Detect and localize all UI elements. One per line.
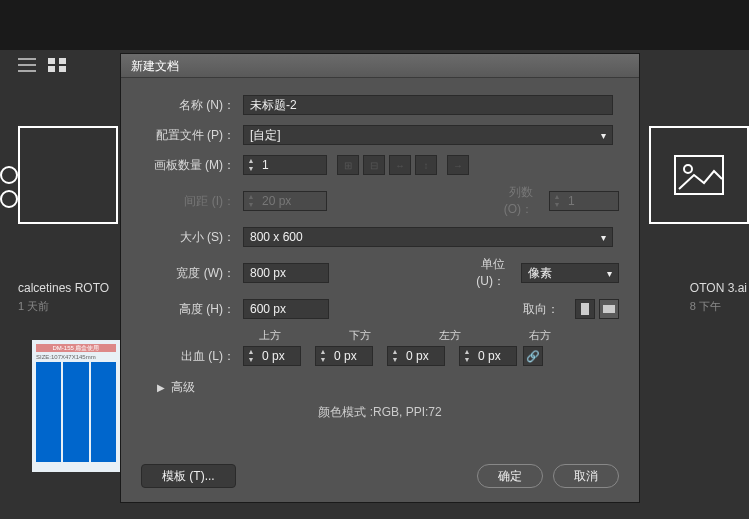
bleed-left-label: 左方 <box>439 328 511 343</box>
file-name: calcetines ROTO <box>18 281 109 295</box>
orientation-landscape-button[interactable] <box>599 299 619 319</box>
spacing-stepper: ▲▼ <box>243 191 327 211</box>
arrange-rtl-icon[interactable]: → <box>447 155 469 175</box>
stepper-arrows-icon[interactable]: ▲▼ <box>316 348 330 364</box>
file-card[interactable] <box>649 126 749 224</box>
bleed-row: 出血 (L)： ▲▼ ▲▼ ▲▼ ▲▼ 🔗 <box>141 345 619 367</box>
width-label: 宽度 (W)： <box>141 265 243 282</box>
thumb-boxes <box>36 362 116 462</box>
stepper-arrows-icon: ▲▼ <box>550 193 564 209</box>
bleed-bottom-label: 下方 <box>349 328 421 343</box>
profile-select[interactable]: [自定] ▾ <box>243 125 613 145</box>
name-row: 名称 (N)： <box>141 94 619 116</box>
bleed-right-label: 右方 <box>529 328 601 343</box>
size-select[interactable]: 800 x 600 ▾ <box>243 227 613 247</box>
arrange-grid-row-icon[interactable]: ⊞ <box>337 155 359 175</box>
new-document-dialog: 新建文档 名称 (N)： 配置文件 (P)： [自定] ▾ 画板数量 (M)： … <box>120 53 640 503</box>
stepper-arrows-icon[interactable]: ▲▼ <box>388 348 402 364</box>
bleed-left-input[interactable] <box>402 349 444 363</box>
bleed-label: 出血 (L)： <box>141 348 243 365</box>
chevron-down-icon: ▾ <box>607 268 612 279</box>
artboards-row: 画板数量 (M)： ▲▼ ⊞ ⊟ ↔ ↕ → <box>141 154 619 176</box>
list-view-icon[interactable] <box>18 58 36 72</box>
bleed-top-input[interactable] <box>258 349 300 363</box>
spacing-row: 间距 (I)： ▲▼ 列数 (O)： ▲▼ <box>141 184 619 218</box>
app-header <box>0 0 749 50</box>
artboard-arrange-group: ⊞ ⊟ ↔ ↕ <box>337 155 437 175</box>
width-input[interactable] <box>243 263 329 283</box>
orientation-label: 取向： <box>507 301 567 318</box>
stepper-arrows-icon[interactable]: ▲▼ <box>244 157 258 173</box>
svg-point-1 <box>684 165 692 173</box>
size-value: 800 x 600 <box>250 230 303 244</box>
columns-input <box>564 194 618 208</box>
bleed-bottom-stepper[interactable]: ▲▼ <box>315 346 373 366</box>
stepper-arrows-icon[interactable]: ▲▼ <box>460 348 474 364</box>
file-time: 8 下午 <box>690 299 747 314</box>
stepper-arrows-icon: ▲▼ <box>244 193 258 209</box>
advanced-label: 高级 <box>171 379 195 396</box>
arrange-grid-col-icon[interactable]: ⊟ <box>363 155 385 175</box>
bleed-top-label: 上方 <box>259 328 331 343</box>
file-name: OTON 3.ai <box>690 281 747 295</box>
artboards-label: 画板数量 (M)： <box>141 157 243 174</box>
size-label: 大小 (S)： <box>141 229 243 246</box>
cancel-button[interactable]: 取消 <box>553 464 619 488</box>
profile-label: 配置文件 (P)： <box>141 127 243 144</box>
units-value: 像素 <box>528 265 552 282</box>
name-label: 名称 (N)： <box>141 97 243 114</box>
bleed-bottom-input[interactable] <box>330 349 372 363</box>
name-input[interactable] <box>243 95 613 115</box>
file-thumbnail[interactable]: DM-155 扁盒使用 SIZE:107X47X145mm <box>32 340 120 472</box>
view-toolbar <box>18 58 66 72</box>
advanced-toggle[interactable]: ▶ 高级 <box>157 379 619 396</box>
columns-label: 列数 (O)： <box>481 184 541 218</box>
height-row: 高度 (H)： 取向： <box>141 298 619 320</box>
columns-stepper: ▲▼ <box>549 191 619 211</box>
size-row: 大小 (S)： 800 x 600 ▾ <box>141 226 619 248</box>
bleed-link-button[interactable]: 🔗 <box>523 346 543 366</box>
orientation-group <box>575 299 619 319</box>
units-select[interactable]: 像素 ▾ <box>521 263 619 283</box>
thumb-header: DM-155 扁盒使用 <box>36 344 116 352</box>
arrange-row-icon[interactable]: ↔ <box>389 155 411 175</box>
template-button[interactable]: 模板 (T)... <box>141 464 236 488</box>
dialog-body: 名称 (N)： 配置文件 (P)： [自定] ▾ 画板数量 (M)： ▲▼ ⊞ … <box>121 78 639 431</box>
spacing-input <box>258 194 326 208</box>
file-label: calcetines ROTO 1 天前 <box>18 281 109 314</box>
orientation-portrait-button[interactable] <box>575 299 595 319</box>
width-row: 宽度 (W)： 单位 (U)： 像素 ▾ <box>141 256 619 290</box>
chevron-down-icon: ▾ <box>601 130 606 141</box>
dialog-titlebar[interactable]: 新建文档 <box>121 54 639 78</box>
height-label: 高度 (H)： <box>141 301 243 318</box>
svg-rect-0 <box>675 156 723 194</box>
units-label: 单位 (U)： <box>453 256 513 290</box>
height-input[interactable] <box>243 299 329 319</box>
profile-value: [自定] <box>250 127 281 144</box>
bleed-right-stepper[interactable]: ▲▼ <box>459 346 517 366</box>
image-placeholder-icon <box>674 155 724 195</box>
bleed-top-stepper[interactable]: ▲▼ <box>243 346 301 366</box>
triangle-right-icon: ▶ <box>157 382 165 393</box>
file-time: 1 天前 <box>18 299 109 314</box>
spacing-label: 间距 (I)： <box>141 193 243 210</box>
stepper-arrows-icon[interactable]: ▲▼ <box>244 348 258 364</box>
artboards-stepper[interactable]: ▲▼ <box>243 155 327 175</box>
ok-button[interactable]: 确定 <box>477 464 543 488</box>
profile-row: 配置文件 (P)： [自定] ▾ <box>141 124 619 146</box>
grid-view-icon[interactable] <box>48 58 66 72</box>
chevron-down-icon: ▾ <box>601 232 606 243</box>
bleed-headers: 上方 下方 左方 右方 <box>259 328 619 343</box>
dialog-footer: 模板 (T)... 确定 取消 <box>141 464 619 488</box>
thumb-size: SIZE:107X47X145mm <box>36 354 116 360</box>
color-mode-text: 颜色模式 :RGB, PPI:72 <box>141 404 619 421</box>
file-card[interactable] <box>18 126 118 224</box>
artboards-input[interactable] <box>258 158 326 172</box>
file-label: OTON 3.ai 8 下午 <box>690 281 747 314</box>
bleed-left-stepper[interactable]: ▲▼ <box>387 346 445 366</box>
arrange-col-icon[interactable]: ↕ <box>415 155 437 175</box>
bleed-right-input[interactable] <box>474 349 516 363</box>
side-circles <box>0 166 18 208</box>
